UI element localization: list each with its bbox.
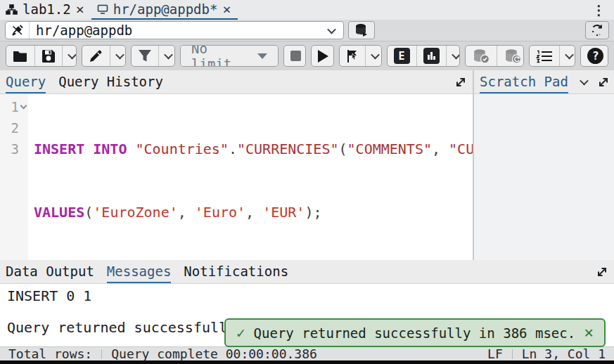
limit-group: No limit xyxy=(180,45,279,67)
check-icon: ✓ xyxy=(236,325,245,342)
tab-label: lab1.2 xyxy=(23,1,71,17)
edit-options-button[interactable] xyxy=(110,46,127,66)
line-number: 3 xyxy=(11,138,19,160)
tab-object-explorer[interactable]: lab1.2 × xyxy=(0,0,91,20)
chevron-down-icon xyxy=(68,51,76,60)
status-bar: Total rows: Query complete 00:00:00.386 … xyxy=(0,346,614,360)
expand-panel-icon[interactable] xyxy=(597,76,610,89)
explain-options-button[interactable] xyxy=(447,46,460,66)
tab-query[interactable]: Query xyxy=(6,70,46,93)
database-rollback-icon xyxy=(504,48,522,64)
database-commit-icon xyxy=(472,48,490,64)
macros-options-button[interactable] xyxy=(560,46,575,66)
execute-button[interactable] xyxy=(312,46,333,66)
transaction-group xyxy=(465,45,524,67)
execute-options-chevron[interactable] xyxy=(366,46,382,66)
rollback-button[interactable] xyxy=(497,46,524,66)
edit-button[interactable] xyxy=(82,46,110,66)
scratch-pad-textarea[interactable] xyxy=(474,94,614,260)
filter-options-button[interactable] xyxy=(159,46,175,66)
output-panel-tabs: Data Output Messages Notifications xyxy=(0,260,614,284)
editor-gutter: 1 2 3 xyxy=(0,94,28,260)
connection-value: hr/app@appdb xyxy=(30,22,132,38)
eol-indicator[interactable]: LF xyxy=(487,346,503,361)
code-line-1: INSERT INTO "Countries"."CURRENCIES"("CO… xyxy=(34,138,473,160)
execute-script-button[interactable] xyxy=(340,46,366,66)
save-options-button[interactable] xyxy=(63,46,77,66)
row-limit-select[interactable]: No limit xyxy=(181,46,278,66)
play-icon xyxy=(318,50,328,63)
bar-chart-icon xyxy=(423,48,440,64)
sitemap-icon xyxy=(6,4,18,15)
tab-scratch-pad[interactable]: Scratch Pad xyxy=(480,70,568,93)
help-button[interactable]: ? xyxy=(581,46,608,66)
cursor-position[interactable]: Ln 3, Col 1 xyxy=(522,346,606,361)
query-toolbar: No limit E xyxy=(0,41,614,70)
tab-data-output[interactable]: Data Output xyxy=(6,260,94,283)
execute-options-group xyxy=(339,45,382,67)
macro-group xyxy=(529,45,575,67)
save-icon xyxy=(41,49,56,63)
scratch-pad-tabs: Scratch Pad xyxy=(474,70,614,94)
fold-chevron-icon[interactable] xyxy=(20,103,27,110)
explain-icon: E xyxy=(394,48,410,64)
execute-group xyxy=(311,45,333,67)
chevron-down-icon xyxy=(164,51,173,60)
cancel-query-button[interactable] xyxy=(284,46,306,66)
query-pane-tabs: Query Query History xyxy=(0,70,473,94)
filter-icon xyxy=(138,49,152,63)
tab-query-history[interactable]: Query History xyxy=(58,70,163,93)
close-icon[interactable]: × xyxy=(76,2,84,16)
reset-layout-button[interactable] xyxy=(585,21,609,39)
file-button-group xyxy=(6,45,77,67)
query-complete-status: Query complete 00:00:00.386 xyxy=(111,346,317,361)
explain-group: E xyxy=(387,45,460,67)
new-connection-button[interactable] xyxy=(348,21,375,39)
expand-panel-icon[interactable] xyxy=(454,76,467,89)
scratch-pad-pane: Scratch Pad xyxy=(474,70,614,260)
tab-label: hr/app@appdb* xyxy=(113,1,218,17)
plug-icon xyxy=(6,22,30,39)
tab-query-tool[interactable]: hr/app@appdb* × xyxy=(91,0,238,20)
connection-bar: hr/app@appdb xyxy=(0,20,614,41)
chevron-down-icon xyxy=(371,51,380,60)
explain-button[interactable]: E xyxy=(388,46,417,66)
chevron-down-icon xyxy=(115,51,124,60)
explain-analyze-button[interactable] xyxy=(417,46,447,66)
filter-button[interactable] xyxy=(132,46,159,66)
save-file-button[interactable] xyxy=(35,46,63,66)
open-file-button[interactable] xyxy=(6,46,35,66)
connection-select[interactable]: hr/app@appdb xyxy=(5,21,344,39)
macros-button[interactable] xyxy=(530,46,560,66)
filter-button-group xyxy=(131,45,175,67)
tab-notifications[interactable]: Notifications xyxy=(184,260,288,283)
folder-icon xyxy=(13,50,28,63)
tab-messages[interactable]: Messages xyxy=(107,260,172,283)
chevron-down-icon xyxy=(452,51,460,60)
chevron-down-icon[interactable] xyxy=(580,77,589,86)
success-toast: ✓ Query returned successfully in 386 mse… xyxy=(224,318,606,347)
close-icon[interactable]: × xyxy=(222,2,231,16)
limit-label: No limit xyxy=(191,45,248,67)
pgadmin-query-tool-window: lab1.2 × hr/app@appdb* × ⋮ xyxy=(0,0,614,364)
chevron-down-icon xyxy=(328,27,343,34)
sql-editor[interactable]: 1 2 3 INSERT INTO "Countries"."CURRENCIE… xyxy=(0,94,473,260)
expand-panel-icon[interactable] xyxy=(596,266,608,278)
window-tab-bar: lab1.2 × hr/app@appdb* × ⋮ xyxy=(0,0,614,20)
flag-icon xyxy=(346,49,359,63)
divider xyxy=(101,349,102,359)
total-rows-label: Total rows: xyxy=(8,346,92,361)
toast-close-icon[interactable]: × xyxy=(584,325,594,341)
help-group: ? xyxy=(580,45,608,67)
sql-code[interactable]: INSERT INTO "Countries"."CURRENCIES"("CO… xyxy=(28,94,473,260)
help-icon: ? xyxy=(587,48,603,64)
message-line: INSERT 0 1 xyxy=(7,287,607,304)
triangle-down-icon xyxy=(257,53,267,59)
stop-icon xyxy=(290,51,301,61)
stop-group xyxy=(283,45,306,67)
refresh-icon xyxy=(590,23,604,37)
kebab-menu-icon[interactable]: ⋮ xyxy=(584,0,614,20)
edit-button-group xyxy=(82,45,127,67)
commit-button[interactable] xyxy=(466,46,497,66)
query-editor-pane: Query Query History 1 xyxy=(0,70,474,260)
